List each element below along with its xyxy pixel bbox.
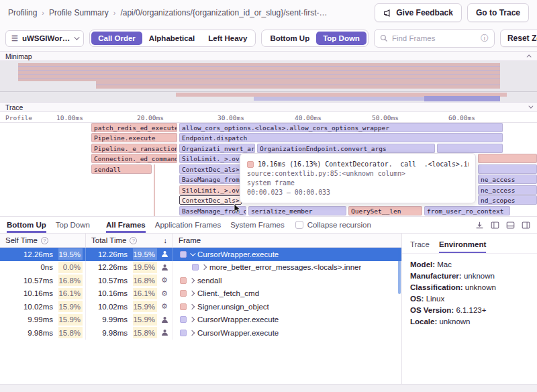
frame-name: CursorWrapper.execute bbox=[197, 315, 279, 324]
flame-frame[interactable]: patch_redis_ed_execute bbox=[91, 123, 177, 132]
flamegraph-toolbar: ☰ uWSGIWor… Call OrderAlphabeticalLeft H… bbox=[0, 26, 537, 51]
search-input[interactable] bbox=[392, 34, 477, 42]
frame-color-chip bbox=[180, 303, 187, 310]
table-row[interactable]: 12.26ms19.5% 12.26ms19.5% CursorWrapper.… bbox=[0, 248, 401, 261]
collapse-recursion-label: Collapse recursion bbox=[307, 221, 371, 229]
tab-all-frames[interactable]: All Frames bbox=[106, 217, 146, 233]
self-time-header[interactable]: Self Time ? bbox=[0, 234, 86, 247]
table-row[interactable]: 10.02ms15.9% 10.02ms15.9% ⚙ Signer.unsig… bbox=[0, 300, 401, 313]
table-row[interactable]: 9.98ms15.8% 9.98ms15.8% CursorWrapper.ex… bbox=[0, 326, 401, 340]
user-icon bbox=[159, 250, 170, 258]
flame-frame[interactable]: ContextDec_als>.i bbox=[179, 195, 242, 205]
chevron-right-icon[interactable] bbox=[189, 291, 195, 296]
gear-icon: ⚙ bbox=[159, 289, 170, 298]
direction-option-bottom-up[interactable]: Bottom Up bbox=[263, 32, 316, 45]
flame-frame[interactable] bbox=[478, 164, 537, 174]
flame-frame[interactable]: BaseManage_from_c bbox=[179, 175, 242, 184]
time-ruler: Profile 10.00ms20.00ms30.00ms40.00ms50.0… bbox=[0, 112, 537, 123]
flame-frame[interactable]: serialize_member bbox=[248, 206, 346, 215]
sort-option-call-order[interactable]: Call Order bbox=[91, 32, 142, 45]
flame-frame[interactable] bbox=[437, 144, 503, 153]
flame-frame[interactable]: from_user_ro_context bbox=[424, 206, 510, 215]
breadcrumb-transaction: /api/0/organizations/{organization_id_or… bbox=[120, 8, 327, 17]
chevron-right-icon[interactable] bbox=[189, 330, 195, 336]
tab-system-frames[interactable]: System Frames bbox=[230, 217, 285, 233]
flame-frame[interactable]: ne_access bbox=[478, 185, 537, 195]
give-feedback-button[interactable]: Give Feedback bbox=[375, 3, 462, 22]
time-tick: 60.00ms bbox=[435, 114, 475, 121]
collapse-recursion-checkbox[interactable]: Collapse recursion bbox=[295, 221, 371, 229]
sort-option-alphabetical[interactable]: Alphabetical bbox=[142, 32, 201, 45]
detail-field: OS: Linux bbox=[410, 293, 529, 305]
detail-field: Locale: unknown bbox=[410, 316, 529, 328]
breadcrumb-profile-summary[interactable]: Profile Summary bbox=[49, 8, 109, 17]
time-tick: 10.00ms bbox=[43, 114, 83, 121]
chevron-down-icon[interactable] bbox=[190, 250, 195, 256]
details-tab-environment[interactable]: Environment bbox=[439, 238, 486, 253]
collapse-trace-icon[interactable] bbox=[528, 104, 533, 109]
frame-header[interactable]: Frame bbox=[173, 234, 401, 247]
flame-frame[interactable]: sendall bbox=[91, 164, 152, 174]
flame-frame[interactable]: QuerySet__len bbox=[348, 206, 422, 215]
layout-left-icon[interactable] bbox=[491, 221, 499, 230]
download-icon[interactable] bbox=[475, 221, 484, 230]
flame-frame[interactable] bbox=[478, 154, 537, 163]
go-to-trace-button[interactable]: Go to Trace bbox=[467, 3, 529, 22]
give-feedback-label: Give Feedback bbox=[396, 8, 453, 17]
collapse-minimap-icon[interactable] bbox=[527, 54, 532, 59]
layout-bottom-icon[interactable] bbox=[506, 221, 515, 230]
reset-zoom-label: Reset Zoom bbox=[507, 34, 537, 43]
breadcrumb-separator: › bbox=[113, 9, 116, 17]
flame-frame[interactable]: ne_access bbox=[478, 175, 537, 184]
environment-fields: Model: MacManufacturer: unknownClassific… bbox=[402, 254, 537, 333]
minimap-canvas[interactable] bbox=[0, 61, 537, 102]
tab-top-down[interactable]: Top Down bbox=[56, 217, 90, 233]
reset-zoom-button[interactable]: Reset Zoom bbox=[500, 30, 537, 47]
checkbox-icon bbox=[295, 221, 303, 229]
sort-option-left-heavy[interactable]: Left Heavy bbox=[201, 32, 254, 45]
time-tick: 50.00ms bbox=[358, 114, 399, 121]
tab-bottom-up[interactable]: Bottom Up bbox=[7, 217, 46, 233]
chevron-right-icon[interactable] bbox=[189, 278, 195, 283]
details-tab-bar: TraceEnvironment bbox=[402, 238, 537, 254]
total-time-header[interactable]: Total Time ? ↓ bbox=[86, 234, 173, 247]
frame-tooltip: 10.16ms (16.13%) ContextDecorator.__call… bbox=[240, 153, 476, 203]
horizontal-scrollbar-track[interactable] bbox=[0, 384, 537, 392]
tab-application-frames[interactable]: Application Frames bbox=[155, 217, 221, 233]
flame-frame[interactable]: SiloLimit._>.over bbox=[179, 185, 242, 195]
chevron-right-icon[interactable] bbox=[189, 317, 195, 322]
flame-frame[interactable]: Endpoint.dispatch bbox=[179, 133, 503, 142]
table-scrollbar-thumb[interactable] bbox=[398, 250, 401, 294]
details-tab-trace[interactable]: Trace bbox=[410, 238, 430, 253]
direction-option-top-down[interactable]: Top Down bbox=[316, 32, 367, 45]
table-row[interactable]: 9.99ms15.9% 9.99ms15.9% CursorWrapper.ex… bbox=[0, 313, 401, 327]
flame-frame[interactable]: nd_scopes bbox=[478, 195, 537, 205]
breadcrumb-separator: › bbox=[42, 9, 44, 17]
flame-frame[interactable]: ContextDec_als>.i bbox=[179, 164, 242, 174]
flame-frame[interactable]: OrganizationEndpoint.convert_args bbox=[257, 144, 435, 153]
breadcrumb: Profiling › Profile Summary › /api/0/org… bbox=[8, 8, 375, 17]
breadcrumb-profiling[interactable]: Profiling bbox=[8, 8, 37, 17]
flame-frame[interactable]: Pipeline.execute bbox=[91, 133, 177, 142]
detail-field: OS Version: 6.1.123+ bbox=[410, 305, 529, 316]
frame-name: Signer.unsign_object bbox=[197, 303, 269, 311]
flame-frame[interactable]: Organizati_nvert_args bbox=[179, 144, 255, 153]
frame-color-chip bbox=[180, 330, 187, 336]
frame-color-chip bbox=[180, 316, 187, 323]
sort-descending-icon[interactable]: ↓ bbox=[164, 236, 168, 244]
gear-icon: ⚙ bbox=[159, 276, 170, 285]
table-row[interactable]: 0ns0.0% 12.26ms19.5% more_better_error_m… bbox=[0, 261, 401, 275]
frame-name: sendall bbox=[197, 277, 222, 285]
table-row[interactable]: 10.57ms16.8% 10.57ms16.8% ⚙ sendall bbox=[0, 274, 401, 287]
megaphone-icon bbox=[383, 9, 392, 17]
flame-frame[interactable]: SiloLimit._>.over bbox=[179, 154, 242, 163]
bottom-panel: Bottom UpTop Down All FramesApplication … bbox=[0, 216, 537, 392]
table-row[interactable]: 10.16ms16.1% 10.16ms16.1% ⚙ Client._fetc… bbox=[0, 287, 401, 301]
flame-frame[interactable]: Connection._ed_command bbox=[91, 154, 177, 163]
flame-frame[interactable]: Pipeline._e_ransaction bbox=[91, 144, 177, 153]
thread-selector[interactable]: ☰ uWSGIWor… bbox=[5, 30, 84, 47]
chevron-right-icon[interactable] bbox=[201, 264, 207, 270]
layout-right-icon[interactable] bbox=[522, 221, 530, 230]
flame-frame[interactable]: allow_cors_options.<locals>.allow_cors_o… bbox=[179, 123, 503, 132]
chevron-right-icon[interactable] bbox=[189, 304, 195, 309]
